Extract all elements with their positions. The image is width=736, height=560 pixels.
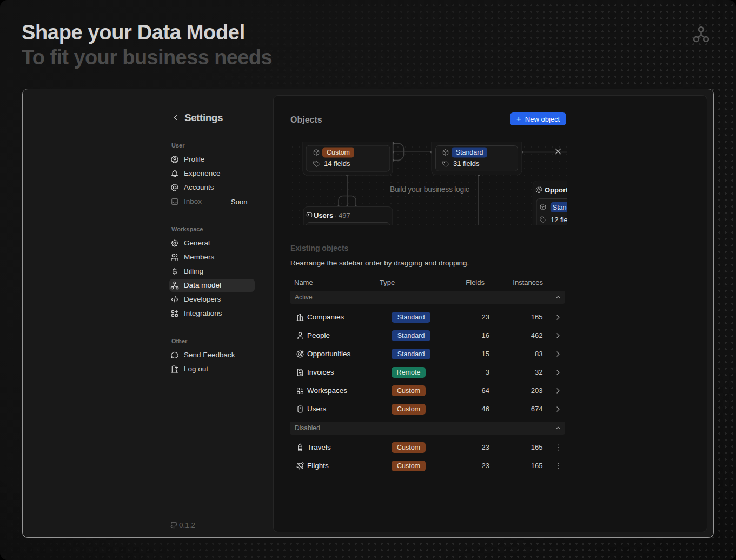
svg-text:12 fields: 12 fields xyxy=(551,216,567,224)
svg-text:Standard: Standard xyxy=(456,149,483,156)
svg-text:Standard: Standard xyxy=(553,204,567,211)
svg-text:31 fields: 31 fields xyxy=(453,159,480,168)
svg-text:14 fields: 14 fields xyxy=(324,159,350,168)
svg-text:Custom: Custom xyxy=(327,149,350,156)
svg-text:Users: Users xyxy=(314,211,333,219)
svg-text:Build your business logic: Build your business logic xyxy=(390,185,469,194)
svg-text:Opportunities: Opportunities xyxy=(545,186,567,194)
svg-text:· 497: · 497 xyxy=(334,211,350,219)
